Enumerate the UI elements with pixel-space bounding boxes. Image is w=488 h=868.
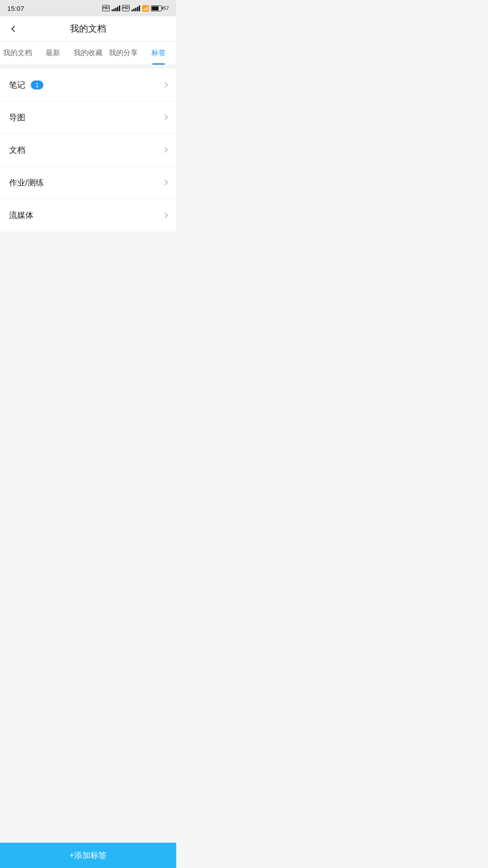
chevron-right-icon (162, 114, 168, 120)
hd-badge-2: HD (122, 5, 130, 11)
list-item-mindmap-right (163, 115, 167, 119)
chevron-right-icon (162, 147, 168, 153)
tab-tags[interactable]: 标签 (141, 42, 176, 65)
battery-level: 57 (164, 5, 169, 11)
tag-list: 笔记 1 导图 文档 作业/测练 流媒体 (0, 69, 176, 231)
list-item-notes[interactable]: 笔记 1 (0, 69, 176, 101)
signal-bar (137, 7, 138, 11)
signal-bars-2 (131, 5, 140, 11)
list-item-documents-label: 文档 (9, 145, 25, 156)
battery-fill (152, 6, 159, 10)
tab-latest[interactable]: 最新 (35, 42, 70, 65)
list-item-notes-label: 笔记 (9, 80, 25, 90)
back-chevron-icon (11, 25, 18, 32)
wifi-icon: 📶 (142, 5, 149, 12)
tab-shares[interactable]: 我的分享 (106, 42, 141, 65)
notes-badge: 1 (31, 80, 43, 90)
list-item-documents-left: 文档 (9, 145, 25, 156)
signal-bar (131, 9, 133, 11)
chevron-right-icon (162, 82, 168, 88)
hd-badge-1: HD (102, 5, 110, 11)
list-item-homework-right (163, 180, 167, 184)
list-item-homework-label: 作业/测练 (9, 177, 44, 188)
list-item-homework[interactable]: 作业/测练 (0, 166, 176, 199)
signal-bar (113, 9, 115, 11)
signal-bars-1 (112, 5, 120, 11)
tab-my-docs[interactable]: 我的文档 (0, 42, 35, 65)
tab-favorites[interactable]: 我的收藏 (70, 42, 106, 65)
signal-bar (135, 8, 136, 11)
signal-bar (112, 9, 113, 11)
signal-bar (133, 9, 135, 11)
chevron-right-icon (162, 212, 168, 218)
page-title: 我的文档 (70, 23, 106, 35)
status-time: 15:07 (7, 5, 24, 12)
signal-bar (115, 8, 117, 11)
signal-bar (117, 7, 118, 11)
signal-bar (119, 5, 120, 11)
tabs-container: 我的文档 最新 我的收藏 我的分享 标签 (0, 42, 176, 65)
list-item-streaming-left: 流媒体 (9, 210, 33, 221)
list-item-documents[interactable]: 文档 (0, 134, 176, 166)
list-item-notes-left: 笔记 1 (9, 80, 43, 90)
list-item-streaming-right (163, 213, 167, 217)
chevron-right-icon (162, 179, 168, 185)
page-header: 我的文档 (0, 16, 176, 42)
list-item-mindmap[interactable]: 导图 (0, 101, 176, 134)
list-item-streaming[interactable]: 流媒体 (0, 199, 176, 231)
list-item-streaming-label: 流媒体 (9, 210, 33, 221)
list-item-documents-right (163, 148, 167, 152)
status-bar: 15:07 HD HD 📶 57 (0, 0, 176, 16)
back-button[interactable] (7, 22, 22, 36)
list-item-homework-left: 作业/测练 (9, 177, 44, 188)
battery-icon (151, 5, 162, 11)
status-icons: HD HD 📶 57 (102, 5, 169, 12)
signal-bar (139, 5, 140, 11)
list-item-mindmap-label: 导图 (9, 112, 25, 123)
list-item-mindmap-left: 导图 (9, 112, 25, 123)
list-item-notes-right (163, 83, 167, 87)
